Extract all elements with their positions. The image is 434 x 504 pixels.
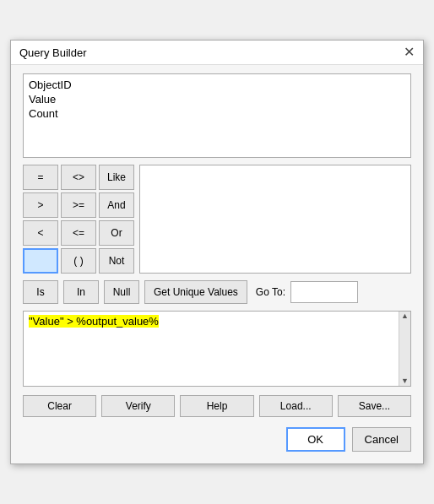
unique-row: Is In Null Get Unique Values Go To: bbox=[23, 280, 411, 304]
operator-buttons: = <> Like > >= And < <= Or ( ) Not bbox=[23, 165, 134, 274]
query-area[interactable]: "Value" > %output_value% ▲ ▼ bbox=[23, 311, 411, 387]
get-unique-values-button[interactable]: Get Unique Values bbox=[144, 280, 247, 304]
values-box bbox=[139, 165, 411, 274]
field-item-objectid[interactable]: ObjectID bbox=[29, 78, 405, 92]
scroll-up-icon[interactable]: ▲ bbox=[401, 312, 409, 320]
fields-list[interactable]: ObjectID Value Count bbox=[23, 73, 411, 158]
null-button[interactable]: Null bbox=[104, 280, 139, 304]
not-button[interactable]: Not bbox=[99, 248, 134, 274]
goto-input[interactable] bbox=[290, 281, 358, 303]
cancel-button[interactable]: Cancel bbox=[352, 427, 411, 452]
title-bar: Query Builder ✕ bbox=[11, 41, 423, 65]
operator-area: = <> Like > >= And < <= Or ( ) Not bbox=[23, 165, 411, 274]
load-button[interactable]: Load... bbox=[259, 395, 333, 417]
parens-button[interactable]: ( ) bbox=[61, 248, 96, 274]
like-button[interactable]: Like bbox=[99, 165, 134, 190]
space-button[interactable] bbox=[23, 248, 58, 274]
clear-button[interactable]: Clear bbox=[23, 395, 96, 417]
scroll-down-icon[interactable]: ▼ bbox=[401, 377, 409, 385]
gte-button[interactable]: >= bbox=[61, 192, 96, 218]
and-button[interactable]: And bbox=[99, 192, 134, 218]
in-button[interactable]: In bbox=[63, 280, 99, 304]
bottom-buttons: Clear Verify Help Load... Save... bbox=[23, 395, 411, 417]
or-button[interactable]: Or bbox=[99, 220, 134, 246]
ok-button[interactable]: OK bbox=[286, 427, 345, 452]
query-scrollbar[interactable]: ▲ ▼ bbox=[399, 312, 410, 386]
field-item-value[interactable]: Value bbox=[29, 92, 405, 106]
close-button[interactable]: ✕ bbox=[404, 46, 415, 59]
lte-button[interactable]: <= bbox=[61, 220, 96, 246]
dialog-body: ObjectID Value Count = <> Like > >= And … bbox=[11, 65, 423, 463]
goto-label: Go To: bbox=[256, 286, 285, 298]
dialog-title: Query Builder bbox=[19, 46, 86, 59]
verify-button[interactable]: Verify bbox=[101, 395, 175, 417]
help-button[interactable]: Help bbox=[180, 395, 253, 417]
gt-button[interactable]: > bbox=[23, 192, 58, 218]
save-button[interactable]: Save... bbox=[338, 395, 411, 417]
lt-button[interactable]: < bbox=[23, 220, 58, 246]
notequals-button[interactable]: <> bbox=[61, 165, 96, 190]
equals-button[interactable]: = bbox=[23, 165, 58, 190]
field-item-count[interactable]: Count bbox=[29, 106, 405, 121]
query-text: "Value" > %output_value% bbox=[29, 315, 159, 328]
is-button[interactable]: Is bbox=[23, 280, 58, 304]
query-builder-dialog: Query Builder ✕ ObjectID Value Count = <… bbox=[10, 40, 424, 464]
ok-cancel-row: OK Cancel bbox=[23, 427, 411, 452]
